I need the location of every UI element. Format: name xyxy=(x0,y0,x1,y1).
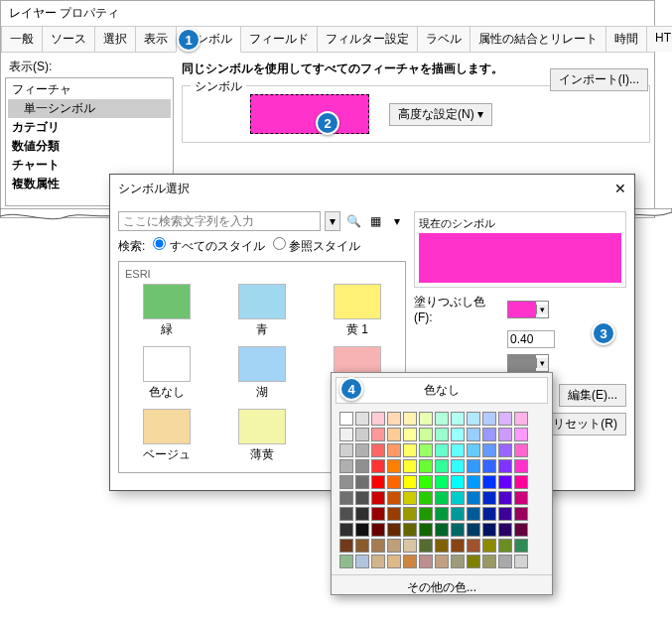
color-swatch[interactable] xyxy=(355,443,369,457)
style-item[interactable]: 色なし xyxy=(125,346,208,401)
color-swatch[interactable] xyxy=(435,412,449,426)
view-mode-icon[interactable]: ▦ xyxy=(366,212,384,230)
color-swatch[interactable] xyxy=(498,428,512,441)
color-swatch[interactable] xyxy=(387,523,401,537)
style-item[interactable]: 黄 1 xyxy=(316,284,399,338)
style-item[interactable]: 湖 xyxy=(220,346,304,401)
color-swatch[interactable] xyxy=(482,459,496,473)
color-swatch[interactable] xyxy=(514,539,528,553)
color-swatch[interactable] xyxy=(435,428,449,441)
color-swatch[interactable] xyxy=(514,475,528,489)
color-swatch[interactable] xyxy=(451,555,465,568)
color-swatch[interactable] xyxy=(403,539,417,553)
color-swatch[interactable] xyxy=(387,507,401,521)
color-swatch[interactable] xyxy=(451,491,465,505)
search-icon[interactable]: 🔍 xyxy=(344,212,362,230)
color-swatch[interactable] xyxy=(371,491,385,505)
color-swatch[interactable] xyxy=(403,412,417,426)
color-swatch[interactable] xyxy=(419,475,433,489)
color-swatch[interactable] xyxy=(514,412,528,426)
color-swatch[interactable] xyxy=(419,412,433,426)
color-swatch[interactable] xyxy=(451,539,465,553)
radio-ref-styles[interactable]: 参照スタイル xyxy=(273,237,360,255)
color-swatch[interactable] xyxy=(419,507,433,521)
tree-single-symbol[interactable]: 単一シンボル xyxy=(8,99,171,118)
radio-all-styles[interactable]: すべてのスタイル xyxy=(153,237,264,255)
color-swatch[interactable] xyxy=(419,539,433,553)
color-swatch[interactable] xyxy=(419,523,433,537)
color-swatch[interactable] xyxy=(451,428,465,441)
color-swatch[interactable] xyxy=(339,555,353,568)
color-swatch[interactable] xyxy=(419,443,433,457)
edit-button[interactable]: 編集(E)... xyxy=(559,384,626,407)
color-swatch[interactable] xyxy=(355,412,369,426)
tree-charts[interactable]: チャート xyxy=(8,156,171,175)
color-swatch[interactable] xyxy=(403,523,417,537)
color-swatch[interactable] xyxy=(371,412,385,426)
color-swatch[interactable] xyxy=(451,443,465,457)
color-swatch[interactable] xyxy=(355,475,369,489)
color-swatch[interactable] xyxy=(514,428,528,441)
tab-label[interactable]: ラベル xyxy=(417,26,470,52)
reset-button[interactable]: リセット(R) xyxy=(544,413,626,435)
color-swatch[interactable] xyxy=(435,443,449,457)
color-swatch[interactable] xyxy=(371,523,385,537)
color-swatch[interactable] xyxy=(419,491,433,505)
style-item[interactable]: 緑 xyxy=(125,284,208,338)
tab-source[interactable]: ソース xyxy=(42,26,95,52)
color-swatch[interactable] xyxy=(498,523,512,537)
outline-color-button[interactable]: ▾ xyxy=(507,354,549,372)
color-swatch[interactable] xyxy=(482,491,496,505)
search-dropdown[interactable]: ▾ xyxy=(325,211,340,231)
color-swatch[interactable] xyxy=(435,555,449,568)
color-swatch[interactable] xyxy=(451,475,465,489)
view-grid-icon[interactable]: ▾ xyxy=(388,212,406,230)
color-swatch[interactable] xyxy=(451,412,465,426)
width-input[interactable] xyxy=(507,330,555,348)
color-swatch[interactable] xyxy=(371,507,385,521)
color-swatch[interactable] xyxy=(435,507,449,521)
color-swatch[interactable] xyxy=(419,555,433,568)
color-swatch[interactable] xyxy=(482,412,496,426)
color-swatch[interactable] xyxy=(514,491,528,505)
color-swatch[interactable] xyxy=(467,475,480,489)
tree-quantities[interactable]: 数値分類 xyxy=(8,137,171,156)
color-swatch[interactable] xyxy=(498,475,512,489)
color-swatch[interactable] xyxy=(355,523,369,537)
tree-features[interactable]: フィーチャ xyxy=(8,80,171,99)
color-swatch[interactable] xyxy=(387,443,401,457)
color-swatch[interactable] xyxy=(467,443,480,457)
color-swatch[interactable] xyxy=(355,428,369,441)
color-swatch[interactable] xyxy=(435,539,449,553)
color-swatch[interactable] xyxy=(467,428,480,441)
style-item[interactable]: ベージュ xyxy=(125,409,208,463)
color-swatch[interactable] xyxy=(387,428,401,441)
color-swatch[interactable] xyxy=(514,555,528,568)
color-swatch[interactable] xyxy=(482,555,496,568)
color-swatch[interactable] xyxy=(371,539,385,553)
tree-categories[interactable]: カテゴリ xyxy=(8,118,171,137)
symbol-swatch[interactable] xyxy=(250,94,369,134)
tab-html[interactable]: HTML xyxy=(646,26,672,52)
color-swatch[interactable] xyxy=(387,539,401,553)
color-swatch[interactable] xyxy=(435,523,449,537)
color-swatch[interactable] xyxy=(498,491,512,505)
color-swatch[interactable] xyxy=(467,539,480,553)
color-swatch[interactable] xyxy=(498,555,512,568)
tab-selection[interactable]: 選択 xyxy=(94,26,136,52)
color-swatch[interactable] xyxy=(467,507,480,521)
tab-fields[interactable]: フィールド xyxy=(240,26,318,52)
search-input[interactable] xyxy=(118,211,321,231)
tab-display[interactable]: 表示 xyxy=(135,26,177,52)
style-item[interactable]: 薄黄 xyxy=(220,409,304,463)
color-swatch[interactable] xyxy=(387,475,401,489)
color-swatch[interactable] xyxy=(451,523,465,537)
color-swatch[interactable] xyxy=(498,539,512,553)
color-swatch[interactable] xyxy=(339,507,353,521)
color-swatch[interactable] xyxy=(371,428,385,441)
color-swatch[interactable] xyxy=(435,491,449,505)
tab-joins[interactable]: 属性の結合とリレート xyxy=(470,26,606,52)
color-swatch[interactable] xyxy=(435,459,449,473)
color-swatch[interactable] xyxy=(403,555,417,568)
color-swatch[interactable] xyxy=(498,507,512,521)
